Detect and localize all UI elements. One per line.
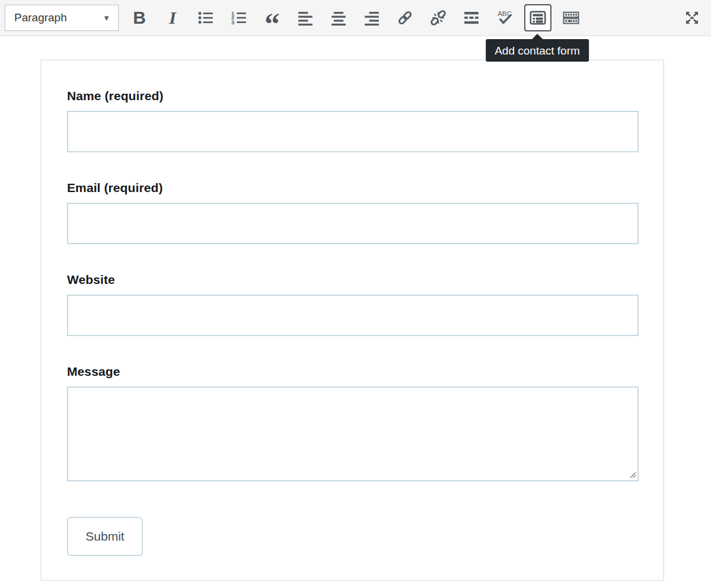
- add-contact-form-button[interactable]: [524, 4, 551, 31]
- fullscreen-icon: [683, 9, 701, 27]
- email-field-label: Email (required): [67, 181, 639, 195]
- form-field-name: Name (required): [67, 89, 639, 152]
- remove-link-button[interactable]: [425, 4, 452, 31]
- submit-button[interactable]: Submit: [67, 517, 143, 556]
- tooltip-label: Add contact form: [495, 44, 580, 57]
- align-right-button[interactable]: [358, 4, 385, 31]
- align-right-icon: [363, 9, 381, 27]
- blockquote-button[interactable]: “: [259, 4, 286, 31]
- read-more-tag-icon: [463, 9, 480, 27]
- bullet-list-icon: [197, 9, 215, 27]
- svg-text:3: 3: [231, 20, 234, 25]
- align-left-button[interactable]: [292, 4, 319, 31]
- align-center-icon: [330, 9, 347, 27]
- fullscreen-button[interactable]: [678, 4, 706, 31]
- spellcheck-icon: ABC: [496, 9, 514, 27]
- website-field-label: Website: [67, 273, 639, 287]
- message-field-label: Message: [67, 365, 639, 379]
- more-tag-button[interactable]: [458, 4, 485, 31]
- insert-link-button[interactable]: [391, 4, 419, 31]
- paragraph-style-dropdown[interactable]: Paragraph ▼: [5, 5, 119, 31]
- link-icon: [396, 9, 414, 27]
- align-center-button[interactable]: [325, 4, 352, 31]
- chevron-down-icon: ▼: [103, 14, 110, 23]
- contact-form-icon: [529, 9, 547, 27]
- editor-toolbar: Paragraph ▼ B I 1 2 3 “: [0, 0, 711, 36]
- form-field-email: Email (required): [67, 181, 639, 244]
- website-input[interactable]: [67, 295, 639, 336]
- form-field-message: Message: [67, 365, 639, 481]
- contact-form-preview: Name (required) Email (required) Website…: [40, 59, 664, 581]
- message-textarea[interactable]: [67, 386, 639, 481]
- name-input[interactable]: [67, 111, 639, 152]
- italic-icon: I: [169, 9, 176, 27]
- italic-button[interactable]: I: [159, 4, 186, 31]
- add-contact-form-tooltip: Add contact form: [486, 39, 589, 62]
- toolbar-toggle-button[interactable]: [557, 4, 585, 31]
- spellcheck-button[interactable]: ABC: [491, 4, 518, 31]
- blockquote-icon: “: [264, 9, 280, 31]
- name-field-label: Name (required): [67, 89, 639, 103]
- email-input[interactable]: [67, 203, 639, 244]
- form-field-website: Website: [67, 273, 639, 336]
- numbered-list-button[interactable]: 1 2 3: [225, 4, 253, 31]
- align-left-icon: [296, 9, 314, 27]
- bullet-list-button[interactable]: [192, 4, 219, 31]
- paragraph-dropdown-value: Paragraph: [14, 11, 67, 24]
- keyboard-icon: [562, 9, 580, 27]
- resize-grip-icon[interactable]: [629, 471, 636, 478]
- bold-icon: B: [133, 9, 146, 27]
- numbered-list-icon: 1 2 3: [230, 9, 248, 27]
- unlink-icon: [429, 9, 447, 27]
- bold-button[interactable]: B: [126, 4, 153, 31]
